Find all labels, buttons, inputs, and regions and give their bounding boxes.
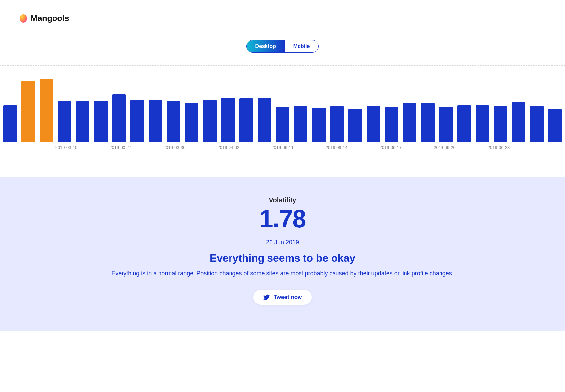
chart-bar[interactable] bbox=[348, 109, 362, 142]
chart-bar[interactable] bbox=[40, 79, 53, 142]
x-tick-label: 2019-04-02 bbox=[218, 145, 240, 150]
chart-gridline bbox=[0, 96, 565, 96]
chart-x-axis: 2019-03-102019-03-272019-03-302019-04-02… bbox=[0, 145, 565, 157]
chart-bar[interactable] bbox=[367, 106, 380, 142]
chart-bar[interactable] bbox=[403, 103, 416, 142]
chart-bar[interactable] bbox=[294, 106, 307, 142]
x-tick-label: 2019-06-23 bbox=[488, 145, 510, 150]
status-headline: Everything seems to be okay bbox=[13, 252, 552, 264]
chart-bar[interactable] bbox=[221, 98, 235, 142]
tab-mobile[interactable]: Mobile bbox=[285, 40, 319, 52]
chart-gridline bbox=[0, 126, 565, 126]
tab-desktop[interactable]: Desktop bbox=[247, 40, 285, 52]
chart-bar[interactable] bbox=[330, 106, 344, 142]
x-tick-label: 2019-06-20 bbox=[434, 145, 456, 150]
x-tick-label: 2019-03-10 bbox=[55, 145, 78, 150]
chart-bar[interactable] bbox=[439, 107, 453, 142]
status-description: Everything is in a normal range. Positio… bbox=[101, 269, 464, 278]
chart-bar[interactable] bbox=[312, 108, 326, 142]
chart-gridline bbox=[0, 65, 565, 66]
volatility-date: 26 Jun 2019 bbox=[13, 239, 552, 246]
x-tick-label: 2019-03-27 bbox=[109, 145, 131, 150]
chart-gridline bbox=[0, 81, 565, 81]
volatility-value: 1.78 bbox=[13, 206, 552, 231]
brand-logo[interactable]: Mangools bbox=[20, 13, 69, 23]
header: Mangools bbox=[0, 0, 565, 30]
x-tick-label: 2019-03-30 bbox=[163, 145, 186, 150]
chart-bar[interactable] bbox=[94, 101, 108, 142]
chart-gridline bbox=[0, 111, 565, 111]
volatility-chart: 2019-03-102019-03-272019-03-302019-04-02… bbox=[0, 66, 565, 177]
chart-bar[interactable] bbox=[530, 106, 544, 142]
chart-bar[interactable] bbox=[239, 98, 253, 142]
chart-bar[interactable] bbox=[130, 100, 144, 142]
chart-bar[interactable] bbox=[185, 103, 198, 142]
chart-bar[interactable] bbox=[421, 103, 435, 142]
toggle-pill: Desktop Mobile bbox=[246, 40, 319, 53]
chart-bar[interactable] bbox=[494, 106, 507, 142]
chart-bars bbox=[3, 66, 562, 142]
chart-bar[interactable] bbox=[258, 98, 271, 142]
chart-bar[interactable] bbox=[203, 100, 217, 142]
chart-bar[interactable] bbox=[167, 101, 180, 142]
mangools-icon bbox=[20, 14, 27, 23]
device-toggle: Desktop Mobile bbox=[0, 30, 565, 66]
chart-bar[interactable] bbox=[512, 102, 525, 142]
chart-bar[interactable] bbox=[112, 94, 126, 142]
chart-area bbox=[0, 66, 565, 142]
chart-bar[interactable] bbox=[385, 107, 398, 142]
tweet-button[interactable]: Tweet now bbox=[253, 290, 312, 305]
tweet-button-label: Tweet now bbox=[274, 294, 302, 301]
chart-bar[interactable] bbox=[276, 107, 289, 142]
x-tick-label: 2019-06-14 bbox=[326, 145, 348, 150]
x-tick-label: 2019-06-11 bbox=[271, 145, 294, 150]
chart-bar[interactable] bbox=[76, 101, 89, 142]
twitter-icon bbox=[263, 294, 270, 301]
chart-bar[interactable] bbox=[548, 109, 562, 142]
volatility-label: Volatility bbox=[13, 196, 552, 204]
x-tick-label: 2019-06-17 bbox=[380, 145, 402, 150]
chart-bar[interactable] bbox=[58, 101, 71, 142]
chart-bar[interactable] bbox=[149, 100, 162, 142]
chart-bar[interactable] bbox=[21, 81, 35, 142]
brand-name: Mangools bbox=[30, 13, 69, 23]
info-panel: Volatility 1.78 26 Jun 2019 Everything s… bbox=[0, 177, 565, 331]
